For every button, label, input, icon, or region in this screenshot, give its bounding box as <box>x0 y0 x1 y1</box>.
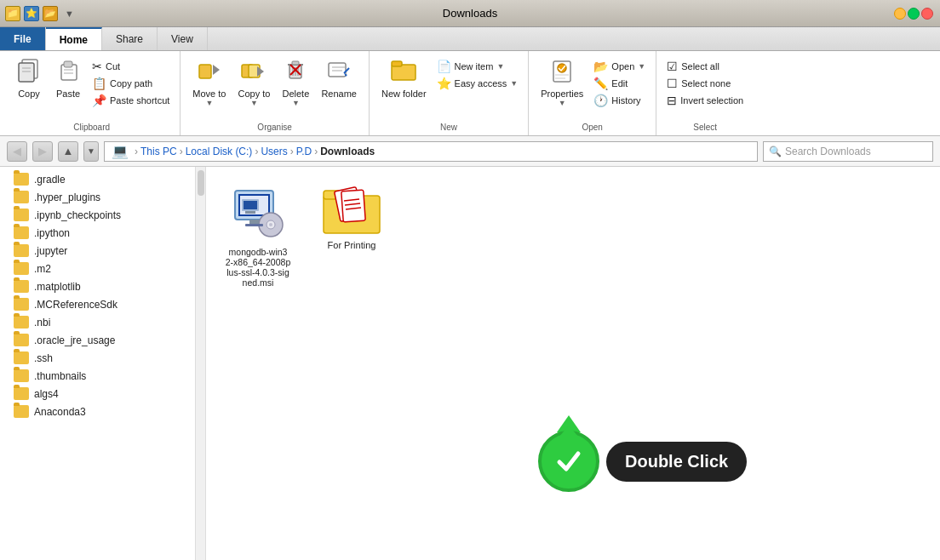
breadcrumb-localdisk[interactable]: Local Disk (C:) <box>186 146 253 157</box>
clipboard-small-buttons: ✂ Cut 📋 Copy path 📌 Paste shortcut <box>89 54 173 112</box>
window-title: Downloads <box>443 7 497 20</box>
svg-rect-36 <box>244 201 257 209</box>
folder-icon <box>14 369 29 382</box>
sidebar-item[interactable]: algs4 <box>0 385 195 403</box>
copy-path-button[interactable]: 📋 Copy path <box>89 75 173 92</box>
recent-locations-button[interactable]: ▼ <box>83 141 99 162</box>
folder-icon <box>14 173 29 186</box>
sidebar-item[interactable]: .m2 <box>0 260 195 277</box>
select-none-icon: ☐ <box>667 77 678 90</box>
new-item-button[interactable]: 📄 New item ▼ <box>433 58 522 75</box>
maximize-button[interactable] <box>908 8 920 20</box>
breadcrumb-thispc[interactable]: This PC <box>140 146 177 157</box>
open-buttons: Properties ▼ 📂 Open ▼ ✏️ Edit 🕐 History <box>536 54 649 121</box>
sidebar-item[interactable]: .thumbnails <box>0 367 195 385</box>
open-button[interactable]: 📂 Open ▼ <box>590 58 649 75</box>
paste-shortcut-icon: 📌 <box>92 94 106 107</box>
history-icon: 🕐 <box>593 94 608 107</box>
title-bar: 📁 ⭐ 📂 ▼ Downloads <box>0 0 940 27</box>
cut-button[interactable]: ✂ Cut <box>89 58 173 75</box>
rename-button[interactable]: Rename <box>316 54 362 100</box>
folder-icon <box>14 226 29 239</box>
search-box[interactable]: 🔍 Search Downloads <box>763 141 933 162</box>
sidebar-item[interactable]: Anaconda3 <box>0 403 195 420</box>
properties-icon <box>548 56 576 87</box>
sidebar-item[interactable]: .nbi <box>0 313 195 331</box>
folder-icon <box>14 280 29 293</box>
minimize-button[interactable] <box>894 8 906 20</box>
sidebar-item[interactable]: .matplotlib <box>0 277 195 295</box>
sidebar-scrollbar[interactable] <box>196 167 206 560</box>
svg-rect-1 <box>19 63 34 82</box>
delete-arrow: ▼ <box>292 99 300 107</box>
move-to-button[interactable]: Move to ▼ <box>187 54 231 109</box>
search-icon: 🔍 <box>769 146 782 157</box>
svg-rect-15 <box>292 61 299 65</box>
tab-home[interactable]: Home <box>46 27 102 50</box>
sidebar-item[interactable]: .MCReferenceSdk <box>0 295 195 313</box>
file-item-folder[interactable]: For Printing <box>313 180 390 254</box>
new-folder-button[interactable]: New folder <box>376 54 432 100</box>
back-button[interactable]: ◀ <box>7 141 27 162</box>
rename-icon <box>325 56 352 87</box>
organise-buttons: Move to ▼ Copy to ▼ <box>187 54 362 121</box>
open-icon: 📂 <box>593 60 608 73</box>
sidebar-item[interactable]: .hyper_plugins <box>0 188 195 206</box>
ribbon-group-organise: Move to ▼ Copy to ▼ <box>181 51 370 135</box>
copy-to-button[interactable]: Copy to ▼ <box>232 54 275 109</box>
copy-to-arrow: ▼ <box>250 99 258 107</box>
invert-selection-button[interactable]: ⊟ Invert selection <box>663 92 747 109</box>
svg-rect-8 <box>199 65 211 78</box>
svg-marker-9 <box>213 65 220 75</box>
properties-button[interactable]: Properties ▼ <box>536 54 588 109</box>
tab-view[interactable]: View <box>158 27 208 50</box>
svg-rect-46 <box>341 190 365 222</box>
sidebar-item[interactable]: .ssh <box>0 349 195 367</box>
breadcrumb-pd[interactable]: P.D <box>296 146 312 157</box>
edit-icon: ✏️ <box>593 77 608 90</box>
clipboard-buttons: Copy Paste ✂ Cut <box>10 54 173 121</box>
copy-icon <box>15 56 43 87</box>
breadcrumb-users[interactable]: Users <box>261 146 287 157</box>
paste-button[interactable]: Paste <box>49 54 87 100</box>
select-buttons: ☑ Select all ☐ Select none ⊟ Invert sele… <box>663 54 747 121</box>
sidebar-item[interactable]: .gradle <box>0 170 195 188</box>
green-check-container <box>538 431 599 492</box>
scrollbar-thumb[interactable] <box>198 170 204 196</box>
sidebar-item[interactable]: .jupyter <box>0 242 195 260</box>
sidebar-item[interactable]: .ipython <box>0 224 195 242</box>
double-click-overlay: Double Click <box>538 431 747 492</box>
folder-icon <box>14 262 29 275</box>
file-area: mongodb-win32-x86_64-2008plus-ssl-4.0.3-… <box>206 167 940 560</box>
file-item-msi[interactable]: mongodb-win32-x86_64-2008plus-ssl-4.0.3-… <box>220 180 296 291</box>
close-button[interactable] <box>921 8 933 20</box>
paste-icon <box>54 56 82 87</box>
ribbon-group-clipboard: Copy Paste ✂ Cut <box>3 51 181 135</box>
select-all-button[interactable]: ☑ Select all <box>663 58 747 75</box>
ribbon-group-select: ☑ Select all ☐ Select none ⊟ Invert sele… <box>656 51 754 135</box>
delete-button[interactable]: Delete ▼ <box>277 54 314 109</box>
folder-icon <box>14 209 29 221</box>
paste-shortcut-button[interactable]: 📌 Paste shortcut <box>89 92 173 109</box>
select-small-buttons: ☑ Select all ☐ Select none ⊟ Invert sele… <box>663 54 747 112</box>
svg-rect-5 <box>64 61 72 67</box>
double-click-label: Double Click <box>606 442 747 482</box>
copy-button[interactable]: Copy <box>10 54 48 100</box>
tab-file[interactable]: File <box>0 27 46 50</box>
easy-access-button[interactable]: ⭐ Easy access ▼ <box>433 75 522 92</box>
up-button[interactable]: ▲ <box>58 141 78 162</box>
app-icon-folder2: 📂 <box>43 6 58 21</box>
edit-button[interactable]: ✏️ Edit <box>590 75 649 92</box>
tab-share[interactable]: Share <box>102 27 158 50</box>
address-box[interactable]: 💻 › This PC › Local Disk (C:) › Users › … <box>104 141 758 162</box>
sidebar-item[interactable]: .oracle_jre_usage <box>0 331 195 349</box>
select-none-button[interactable]: ☐ Select none <box>663 75 747 92</box>
search-placeholder: Search Downloads <box>785 146 871 157</box>
msi-file-icon <box>228 184 288 243</box>
folder-icon <box>14 191 29 203</box>
history-button[interactable]: 🕐 History <box>590 92 649 109</box>
forward-button[interactable]: ▶ <box>32 141 53 162</box>
sidebar: .gradle .hyper_plugins .ipynb_checkpoint… <box>0 167 196 560</box>
sidebar-item[interactable]: .ipynb_checkpoints <box>0 206 195 224</box>
address-bar: ◀ ▶ ▲ ▼ 💻 › This PC › Local Disk (C:) › … <box>0 136 940 167</box>
